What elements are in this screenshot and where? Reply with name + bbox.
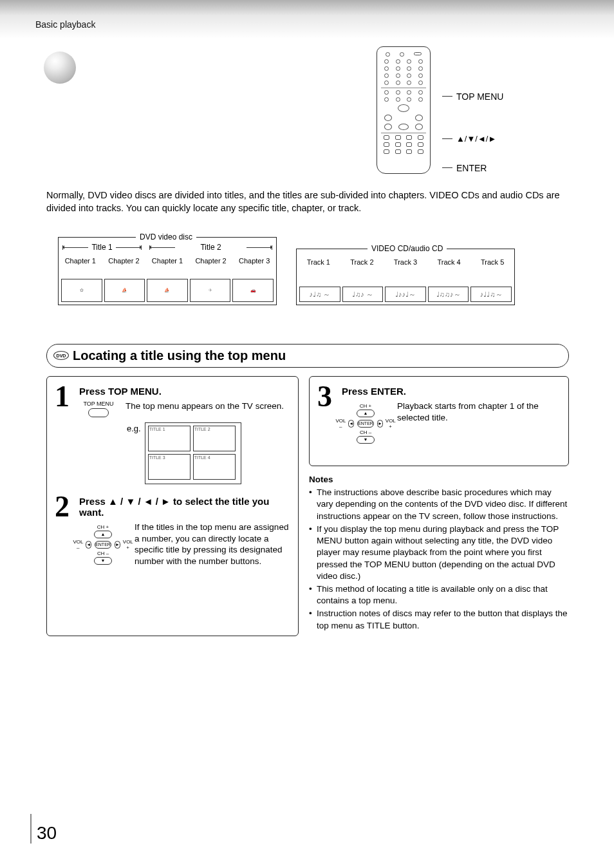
volplus-label-3: VOL + xyxy=(386,418,396,429)
step-1-desc: The top menu appears on the TV screen. xyxy=(126,401,290,419)
remote-label-arrows: ▲/▼/◄/► xyxy=(442,134,503,144)
chminus-label-3: CH – xyxy=(342,429,389,435)
notes-heading: Notes xyxy=(309,474,569,486)
eg-title-3: TITLE 3 xyxy=(148,454,191,480)
eg-title-1: TITLE 1 xyxy=(148,426,191,451)
cd-track-1: Track 1 xyxy=(297,258,340,266)
note-item: This method of locating a title is avail… xyxy=(309,583,569,607)
cd-thumb: ♩♫♪ ～ xyxy=(342,287,384,302)
remote-outline xyxy=(377,46,431,174)
cd-track-3: Track 3 xyxy=(384,258,427,266)
dvd-ch-2-2: Chapter 2 xyxy=(189,257,233,265)
dvd-title-2: Title 2 xyxy=(200,243,221,252)
eg-screen: TITLE 1 TITLE 2 TITLE 3 TITLE 4 xyxy=(145,422,241,484)
note-item: Instruction notes of discs may refer to … xyxy=(309,608,569,631)
remote-label-topmenu: TOP MENU xyxy=(442,91,503,102)
step-1-head: Press TOP MENU. xyxy=(79,386,290,397)
dvd-ch-1-2: Chapter 2 xyxy=(102,257,146,265)
section-title: Locating a title using the top menu xyxy=(73,348,286,363)
step-2-number: 2 xyxy=(55,493,74,567)
arrow-cluster-graphic-3: CH + ▲ VOL – ◄ ENTER ► VOL + CH – xyxy=(342,403,389,444)
cd-track-5: Track 5 xyxy=(470,258,514,266)
eg-label: e.g. xyxy=(127,424,141,484)
dvd-structure-diagram: DVD video disc Title 1 Title 2 Chapter 1… xyxy=(58,237,277,305)
remote-diagram: TOP MENU ▲/▼/◄/► ENTER xyxy=(377,46,503,174)
step-2-head-arrows: ▲ / ▼ / ◄ / ► xyxy=(108,496,171,507)
step-3-head: Press ENTER. xyxy=(342,386,561,397)
dvd-title-1: Title 1 xyxy=(91,243,112,252)
dvd-thumb: ⛵ xyxy=(147,279,188,302)
dvd-thumb: ✿ xyxy=(61,279,102,302)
eg-title-2: TITLE 2 xyxy=(193,426,236,451)
dvd-ch-2-1: Chapter 1 xyxy=(145,257,189,265)
dvd-badge-icon: DVD xyxy=(53,351,69,360)
cd-structure-diagram: VIDEO CD/audio CD Track 1 Track 2 Track … xyxy=(296,249,515,305)
note-item: If you display the top menu during playb… xyxy=(309,524,569,582)
step-2-head: Press ▲ / ▼ / ◄ / ► to select the title … xyxy=(79,496,290,518)
chplus-label: CH + xyxy=(79,524,127,530)
dvd-thumb: ⛵ xyxy=(104,279,145,302)
cd-thumb: ♪♩♩♫～ xyxy=(470,287,512,302)
intro-paragraph: Normally, DVD video discs are divided in… xyxy=(46,189,574,214)
topmenu-button-label: TOP MENU xyxy=(79,401,118,407)
notes-block: Notes The instructions above describe ba… xyxy=(309,474,569,633)
dvd-thumb: 🚗 xyxy=(232,279,274,302)
cd-thumb: ♩♫♫♪～ xyxy=(428,287,469,302)
section-header: Basic playback xyxy=(35,19,572,30)
sphere-graphic xyxy=(44,52,76,84)
dvd-structure-label: DVD video disc xyxy=(136,232,196,241)
arrow-cluster-graphic: CH + ▲ VOL – ◄ ENTER ► VOL + CH – ▼ xyxy=(79,524,127,567)
cd-structure-label: VIDEO CD/audio CD xyxy=(367,244,447,253)
step-1-number: 1 xyxy=(55,383,74,484)
volminus-label-3: VOL – xyxy=(335,418,346,429)
step-2-desc: If the titles in the top menu are assign… xyxy=(135,522,290,567)
volminus-label: VOL – xyxy=(73,539,83,551)
page-number: 30 xyxy=(30,814,57,844)
step-3-desc: Playback starts from chapter 1 of the se… xyxy=(397,401,561,444)
dvd-thumb: ✈ xyxy=(190,279,231,302)
enter-btn-dim: ENTER xyxy=(95,541,111,549)
cd-thumb: ♪♩♫ ～ xyxy=(299,287,340,302)
cd-track-2: Track 2 xyxy=(340,258,384,266)
volplus-label: VOL + xyxy=(123,539,133,551)
enter-btn-highlight: ENTER xyxy=(357,420,374,428)
note-item: The instructions above describe basic pr… xyxy=(309,487,569,522)
dvd-ch-1-1: Chapter 1 xyxy=(59,257,102,265)
dvd-ch-2-3: Chapter 3 xyxy=(232,257,276,265)
chminus-label: CH – xyxy=(79,551,127,556)
cd-track-4: Track 4 xyxy=(427,258,471,266)
section-heading-bar: DVD Locating a title using the top menu xyxy=(46,344,569,368)
topmenu-button-graphic: TOP MENU xyxy=(79,401,118,419)
remote-label-enter: ENTER xyxy=(442,163,503,173)
eg-title-4: TITLE 4 xyxy=(193,454,236,480)
cd-thumb: ♩♪♪♩～ xyxy=(385,287,426,302)
step-3-number: 3 xyxy=(317,383,337,444)
chplus-label-3: CH + xyxy=(342,403,389,409)
step-2-head-a: Press xyxy=(79,496,108,507)
